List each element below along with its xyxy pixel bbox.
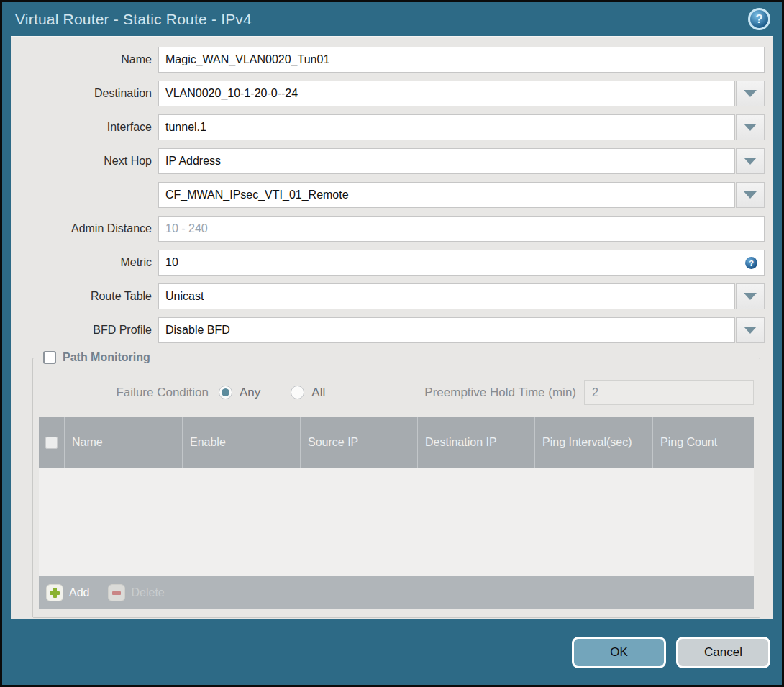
- failure-condition-radio-group: Any All: [219, 386, 348, 400]
- table-header-row: Name Enable Source IP Destination IP Pin…: [39, 417, 754, 468]
- table-header-checkbox-cell: [39, 417, 65, 468]
- form-row-next-hop: Next Hop: [19, 148, 765, 174]
- add-button[interactable]: Add: [46, 584, 89, 601]
- next-hop-type-input[interactable]: [158, 148, 735, 174]
- admin-distance-input[interactable]: [158, 216, 765, 242]
- column-header-name[interactable]: Name: [65, 417, 183, 468]
- next-hop-address-dropdown-button[interactable]: [736, 182, 765, 208]
- table-toolbar: Add Delete: [39, 576, 754, 609]
- route-table-input[interactable]: [158, 283, 735, 309]
- interface-dropdown-button[interactable]: [736, 114, 765, 140]
- destination-label: Destination: [19, 87, 158, 100]
- form-row-next-hop-address: [19, 182, 765, 208]
- ok-button[interactable]: OK: [572, 637, 666, 668]
- plus-icon: [46, 584, 63, 601]
- path-monitoring-checkbox[interactable]: [43, 351, 56, 364]
- chevron-down-icon: [744, 191, 757, 199]
- add-button-label: Add: [69, 586, 89, 599]
- next-hop-address-input[interactable]: [158, 182, 735, 208]
- form-row-metric: Metric ?: [19, 250, 765, 276]
- table-body-empty: [39, 468, 754, 576]
- form-row-destination: Destination: [19, 81, 765, 106]
- column-header-enable[interactable]: Enable: [183, 417, 301, 468]
- column-header-source-ip[interactable]: Source IP: [301, 417, 418, 468]
- static-route-dialog: Virtual Router - Static Route - IPv4 ? N…: [0, 0, 784, 687]
- select-all-checkbox[interactable]: [45, 437, 58, 449]
- preemptive-hold-time-input[interactable]: [584, 380, 754, 405]
- failure-condition-label: Failure Condition: [39, 386, 219, 400]
- admin-distance-label: Admin Distance: [19, 222, 158, 235]
- metric-label: Metric: [19, 256, 158, 269]
- bfd-profile-label: BFD Profile: [19, 324, 158, 337]
- chevron-down-icon: [744, 327, 757, 334]
- route-table-label: Route Table: [19, 290, 158, 303]
- preemptive-hold-time-label: Preemptive Hold Time (min): [424, 386, 584, 400]
- failure-condition-radio-all[interactable]: [291, 386, 304, 399]
- failure-condition-all-label: All: [311, 386, 325, 400]
- destination-dropdown-button[interactable]: [736, 81, 765, 106]
- dialog-titlebar: Virtual Router - Static Route - IPv4 ?: [2, 2, 782, 36]
- bfd-profile-dropdown-button[interactable]: [736, 317, 765, 343]
- minus-icon: [108, 584, 125, 601]
- column-header-ping-interval[interactable]: Ping Interval(sec): [535, 417, 653, 468]
- metric-input[interactable]: [158, 250, 765, 276]
- path-monitoring-table: Name Enable Source IP Destination IP Pin…: [39, 417, 754, 609]
- route-table-dropdown-button[interactable]: [736, 283, 765, 309]
- failure-condition-row: Failure Condition Any All Preemptive Hol…: [39, 380, 754, 405]
- form-row-admin-distance: Admin Distance: [19, 216, 765, 242]
- info-icon[interactable]: ?: [745, 257, 757, 269]
- form-row-bfd-profile: BFD Profile: [19, 317, 765, 343]
- destination-input[interactable]: [158, 81, 735, 106]
- interface-input[interactable]: [158, 114, 735, 140]
- dialog-title: Virtual Router - Static Route - IPv4: [15, 11, 252, 28]
- path-monitoring-label: Path Monitoring: [63, 351, 150, 364]
- dialog-body: Name Destination Interface: [11, 36, 773, 619]
- next-hop-label: Next Hop: [19, 155, 158, 168]
- name-label: Name: [19, 53, 158, 66]
- help-icon[interactable]: ?: [748, 8, 770, 30]
- bfd-profile-input[interactable]: [158, 317, 735, 343]
- column-header-ping-count[interactable]: Ping Count: [653, 417, 754, 468]
- path-monitoring-section: Path Monitoring Failure Condition Any Al…: [32, 351, 760, 618]
- interface-label: Interface: [19, 121, 158, 134]
- next-hop-type-dropdown-button[interactable]: [736, 148, 765, 174]
- chevron-down-icon: [744, 158, 757, 165]
- chevron-down-icon: [744, 90, 757, 97]
- delete-button[interactable]: Delete: [108, 584, 164, 601]
- form-row-name: Name: [19, 47, 765, 73]
- chevron-down-icon: [744, 293, 757, 300]
- failure-condition-any-label: Any: [240, 386, 260, 400]
- path-monitoring-legend: Path Monitoring: [39, 351, 155, 364]
- dialog-footer: OK Cancel: [2, 619, 782, 685]
- form-row-route-table: Route Table: [19, 283, 765, 309]
- chevron-down-icon: [744, 124, 757, 131]
- delete-button-label: Delete: [131, 586, 164, 599]
- name-input[interactable]: [158, 47, 765, 73]
- form-row-interface: Interface: [19, 114, 765, 140]
- cancel-button[interactable]: Cancel: [676, 637, 770, 668]
- column-header-destination-ip[interactable]: Destination IP: [418, 417, 535, 468]
- failure-condition-radio-any[interactable]: [219, 386, 232, 399]
